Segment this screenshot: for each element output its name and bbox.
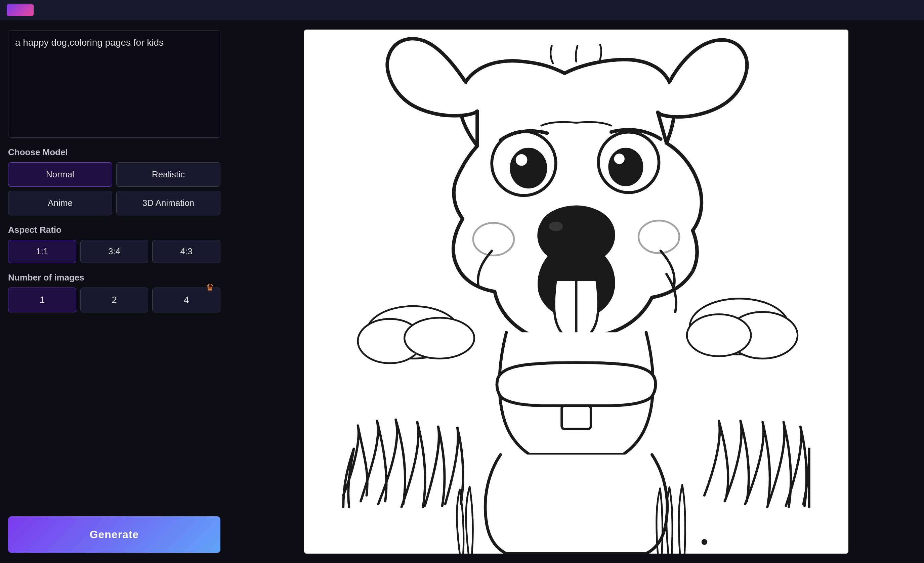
sidebar: a happy dog,coloring pages for kids Choo… (0, 20, 228, 563)
num-images-section: Number of images 1 2 ♛ 4 (8, 273, 220, 312)
svg-point-6 (687, 314, 751, 356)
dog-coloring-image: .dog-line { fill: none; stroke: #1a1a1a;… (304, 30, 848, 554)
model-section: Choose Model Normal Realistic Anime 3D A… (8, 147, 220, 215)
model-btn-3d-animation[interactable]: 3D Animation (116, 191, 220, 215)
svg-point-3 (405, 318, 474, 358)
dog-image-container: .dog-line { fill: none; stroke: #1a1a1a;… (304, 30, 848, 554)
aspect-grid: 1:1 3:4 4:3 (8, 240, 220, 263)
aspect-btn-4-3[interactable]: 4:3 (152, 240, 220, 263)
model-btn-anime[interactable]: Anime (8, 191, 112, 215)
model-btn-normal[interactable]: Normal (8, 162, 112, 187)
aspect-ratio-section: Aspect Ratio 1:1 3:4 4:3 (8, 225, 220, 263)
image-area: .dog-line { fill: none; stroke: #1a1a1a;… (228, 20, 924, 563)
num-btn-2[interactable]: 2 (80, 287, 148, 312)
num-grid: 1 2 ♛ 4 (8, 287, 220, 312)
aspect-ratio-label: Aspect Ratio (8, 225, 220, 235)
num-images-label: Number of images (8, 273, 220, 283)
logo (7, 4, 34, 16)
crown-icon: ♛ (206, 282, 214, 293)
aspect-btn-3-4[interactable]: 3:4 (80, 240, 148, 263)
svg-point-20 (702, 539, 707, 545)
main-content: a happy dog,coloring pages for kids Choo… (0, 20, 924, 563)
svg-point-15 (614, 154, 625, 164)
num-btn-4[interactable]: ♛ 4 (152, 287, 220, 312)
model-grid: Normal Realistic Anime 3D Animation (8, 162, 220, 215)
aspect-btn-1-1[interactable]: 1:1 (8, 240, 76, 263)
model-btn-realistic[interactable]: Realistic (116, 162, 220, 187)
top-bar (0, 0, 924, 20)
num-btn-1[interactable]: 1 (8, 287, 76, 312)
prompt-textarea[interactable]: a happy dog,coloring pages for kids (8, 30, 220, 138)
generate-button[interactable]: Generate (8, 516, 220, 553)
svg-rect-17 (562, 406, 591, 429)
svg-point-16 (549, 222, 563, 231)
svg-point-14 (608, 148, 643, 186)
svg-point-11 (510, 148, 547, 189)
choose-model-label: Choose Model (8, 147, 220, 157)
svg-point-12 (516, 154, 528, 166)
